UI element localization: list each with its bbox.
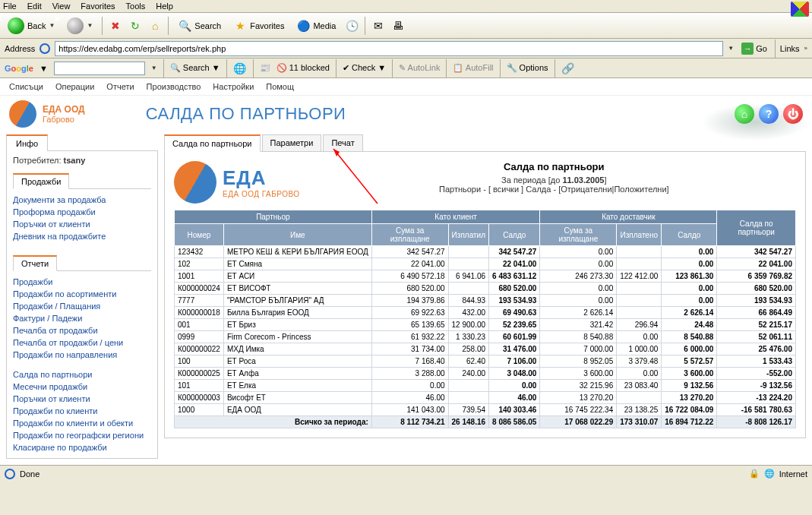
table-row: 7777"РАМСТОР БЪЛГАРИЯ" АД194 379.86844.9… <box>175 295 796 307</box>
link-sales-by-client[interactable]: Продажби по клиенти <box>13 405 151 417</box>
link-sales-ranking[interactable]: Класиране по продажби <box>13 441 151 453</box>
address-bar: Address ▼ →Go Links » <box>0 39 812 58</box>
sidebar-section-reports[interactable]: Отчети <box>13 255 57 271</box>
menu-tools[interactable]: Tools <box>126 2 146 11</box>
status-text: Done <box>20 469 39 479</box>
app-menu-settings[interactable]: Настройки <box>213 82 254 91</box>
globe-icon: 🌐 <box>764 469 775 479</box>
menu-edit[interactable]: Edit <box>27 2 42 11</box>
app-menu-help[interactable]: Помощ <box>266 82 294 91</box>
report-logo: ЕДА ЕДА ООД ГАБРОВО <box>174 161 300 204</box>
table-row: 102ЕТ Смяна22 041.0022 041.000.000.0022 … <box>175 258 796 270</box>
total-row: Всичко за периода: 8 112 734.21 26 148.1… <box>175 416 796 428</box>
menu-favorites[interactable]: Favorites <box>81 2 115 11</box>
table-row: 123432МЕТРО КЕШ & КЕРИ БЪЛГАРИЯ ЕООД342 … <box>175 246 796 258</box>
security-zone: Internet <box>779 469 807 479</box>
google-news-icon[interactable]: 📰 <box>260 63 270 73</box>
link-sales-docs[interactable]: Документи за продажба <box>13 194 151 206</box>
table-row: 100ЕТ Роса7 168.4062.407 106.008 952.053… <box>175 355 796 368</box>
browser-menubar: File Edit View Favorites Tools Help <box>0 0 812 13</box>
th-balance: Салда по партньори <box>717 210 796 246</box>
ie-page-icon <box>39 43 50 54</box>
google-search-button[interactable]: 🔍 Search ▼ <box>170 63 220 73</box>
home-round-button[interactable]: ⌂ <box>735 104 754 124</box>
stop-icon[interactable]: ✖ <box>109 19 122 33</box>
app-menu-lists[interactable]: Списъци <box>9 82 43 91</box>
app-menu-operations[interactable]: Операции <box>55 82 94 91</box>
menu-view[interactable]: View <box>52 2 71 11</box>
google-logo[interactable]: Google <box>5 64 33 73</box>
link-report-payments[interactable]: Продажби / Плащания <box>13 300 151 312</box>
application: Списъци Операции Отчети Производство Нас… <box>0 78 812 465</box>
link-report-directions[interactable]: Продажби по направления <box>13 349 151 361</box>
table-row: 0999Firm Corecom - Princess61 932.221 33… <box>175 331 796 343</box>
table-row: 001ЕТ Бриз65 139.6512 900.0052 239.65321… <box>175 319 796 331</box>
link-report-assortment[interactable]: Продажби по асортименти <box>13 288 151 300</box>
options-button[interactable]: 🔧 Options <box>507 63 548 73</box>
forward-button[interactable]: ▼ <box>64 16 96 36</box>
sidebar: Инфо Потребител: tsany Продажби Документ… <box>6 134 158 459</box>
link-report-invoices[interactable]: Фактури / Падежи <box>13 312 151 324</box>
help-round-button[interactable]: ? <box>759 104 779 124</box>
link-monthly-sales[interactable]: Месечни продажби <box>13 381 151 393</box>
go-button[interactable]: →Go <box>738 42 770 55</box>
back-button[interactable]: Back▼ <box>5 16 58 36</box>
google-search-input[interactable] <box>54 62 145 75</box>
google-extra-icon[interactable]: 🔗 <box>561 62 575 75</box>
link-partner-balances[interactable]: Салда по партньори <box>13 368 151 381</box>
tab-balances[interactable]: Салда по партньори <box>164 134 261 152</box>
link-sales-by-object[interactable]: Продажби по клиенти и обекти <box>13 417 151 429</box>
search-button[interactable]: 🔍Search <box>175 17 224 34</box>
company-logo-icon <box>9 100 36 128</box>
link-report-profit-prices[interactable]: Печалба от продажби / цени <box>13 336 151 349</box>
link-sales-by-region[interactable]: Продажби по географски региони <box>13 429 151 441</box>
report-logo-title: ЕДА <box>223 166 300 190</box>
table-row: К000000025ЕТ Алфа3 288.00240.003 048.003… <box>175 368 796 380</box>
menu-help[interactable]: Help <box>156 2 173 11</box>
link-report-profit[interactable]: Печалба от продажби <box>13 324 151 336</box>
th-partner: Партньор <box>175 210 372 224</box>
menu-file[interactable]: File <box>3 2 17 11</box>
links-label[interactable]: Links <box>780 44 800 53</box>
link-proforma[interactable]: Проформа продажби <box>13 206 151 218</box>
autofill-button[interactable]: 📋 AutoFill <box>453 63 493 73</box>
table-row: К000000022МХД Имка31 734.00258.0031 476.… <box>175 343 796 355</box>
th-cdue: Сума за изплащане <box>371 224 448 246</box>
tab-print[interactable]: Печат <box>323 134 362 152</box>
th-sdue: Сума за изплащане <box>540 224 617 246</box>
report-title: Салда по партньори <box>312 161 796 172</box>
th-cpaid: Изплатил <box>448 224 489 246</box>
table-row: 1000ЕДА ООД141 043.00739.54140 303.4616 … <box>175 404 796 416</box>
link-report-sales[interactable]: Продажби <box>13 276 151 288</box>
link-client-orders[interactable]: Поръчки от клиенти <box>13 218 151 230</box>
popup-blocked-button[interactable]: 🚫 11 blocked <box>276 63 330 73</box>
app-header: ЕДА ООД Габрово САЛДА ПО ПАРТНЬОРИ ⌂ ? ⏻ <box>0 96 812 134</box>
tab-parameters[interactable]: Параметри <box>262 134 322 152</box>
report-logo-subtitle: ЕДА ООД ГАБРОВО <box>223 190 300 198</box>
table-row: К000000003Висофт ЕТ46.0046.0013 270.2013… <box>175 392 796 404</box>
logout-round-button[interactable]: ⏻ <box>783 104 803 124</box>
favorites-button[interactable]: ★Favorites <box>230 17 287 34</box>
sidebar-section-sales[interactable]: Продажби <box>13 173 69 189</box>
google-earth-icon[interactable]: 🌐 <box>233 62 247 75</box>
spellcheck-button[interactable]: ✔ Check ▼ <box>343 63 386 73</box>
balances-table: Партньор Като клиент Като доставчик Салд… <box>174 210 796 428</box>
refresh-icon[interactable]: ↻ <box>128 19 142 33</box>
company-name: ЕДА ООД <box>43 104 85 115</box>
media-button[interactable]: 🔵Media <box>293 17 339 34</box>
app-menu-reports[interactable]: Отчети <box>106 82 134 91</box>
app-menu-production[interactable]: Производство <box>147 82 201 91</box>
url-input[interactable] <box>55 41 723 56</box>
report-meta: Салда по партньори За периода [до 11.03.… <box>312 161 796 194</box>
home-icon[interactable]: ⌂ <box>148 19 162 33</box>
link-sales-journal[interactable]: Дневник на продажбите <box>13 230 151 242</box>
mail-icon[interactable]: ✉ <box>371 19 385 33</box>
sidebar-tab-info[interactable]: Инфо <box>6 134 48 151</box>
report-period: За периода [до 11.03.2005] <box>312 175 796 185</box>
link-client-orders2[interactable]: Поръчки от клиенти <box>13 393 151 405</box>
th-sbal: Салдо <box>662 224 717 246</box>
history-icon[interactable]: 🕓 <box>345 19 359 33</box>
th-spaid: Изплатено <box>617 224 662 246</box>
autolink-button[interactable]: ✎ AutoLink <box>399 63 440 73</box>
print-icon[interactable]: 🖶 <box>391 19 405 33</box>
